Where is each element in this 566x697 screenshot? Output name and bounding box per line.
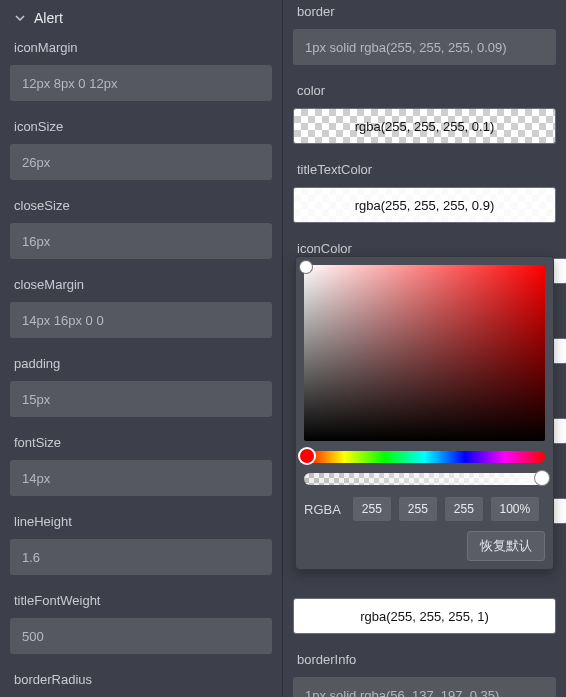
hue-slider[interactable]: [304, 451, 545, 463]
label-borderInfo: borderInfo: [293, 652, 556, 677]
input-closeMargin[interactable]: [10, 302, 272, 338]
input-borderInfo[interactable]: [293, 677, 556, 697]
input-titleFontWeight[interactable]: [10, 618, 272, 654]
label-padding: padding: [10, 356, 272, 381]
rgba-b[interactable]: [445, 497, 483, 521]
reset-button[interactable]: 恢复默认: [467, 531, 545, 561]
rgba-r[interactable]: [353, 497, 391, 521]
input-iconMargin[interactable]: [10, 65, 272, 101]
swatch-color-text: rgba(255, 255, 255, 0.1): [355, 119, 495, 134]
rgba-a[interactable]: [491, 497, 539, 521]
label-titleFontWeight: titleFontWeight: [10, 593, 272, 618]
input-closeSize[interactable]: [10, 223, 272, 259]
input-fontSize[interactable]: [10, 460, 272, 496]
input-padding[interactable]: [10, 381, 272, 417]
swatch-iconColor[interactable]: rgba(255, 255, 255, 1): [293, 598, 556, 634]
hue-thumb[interactable]: [300, 449, 314, 463]
section-title: Alert: [34, 10, 63, 26]
section-header-alert[interactable]: Alert: [10, 0, 272, 40]
label-fontSize: fontSize: [10, 435, 272, 460]
alpha-thumb[interactable]: [535, 471, 549, 485]
sv-thumb[interactable]: [300, 261, 312, 273]
alpha-slider[interactable]: [304, 473, 545, 485]
label-iconMargin: iconMargin: [10, 40, 272, 65]
label-lineHeight: lineHeight: [10, 514, 272, 539]
label-titleTextColor: titleTextColor: [293, 162, 556, 187]
input-border[interactable]: [293, 29, 556, 65]
right-panel: border color rgba(255, 255, 255, 0.1) ti…: [283, 0, 566, 697]
swatch-color[interactable]: rgba(255, 255, 255, 0.1): [293, 108, 556, 144]
input-iconSize[interactable]: [10, 144, 272, 180]
sv-area[interactable]: [304, 265, 545, 441]
label-border: border: [293, 4, 556, 29]
label-borderRadius: borderRadius: [10, 672, 272, 697]
label-iconSize: iconSize: [10, 119, 272, 144]
swatch-titleTextColor[interactable]: rgba(255, 255, 255, 0.9): [293, 187, 556, 223]
label-closeMargin: closeMargin: [10, 277, 272, 302]
rgba-mode-label[interactable]: RGBA: [304, 502, 341, 517]
swatch-titleTextColor-text: rgba(255, 255, 255, 0.9): [355, 198, 495, 213]
chevron-down-icon: [14, 12, 26, 24]
left-panel: Alert iconMargin iconSize closeSize clos…: [0, 0, 283, 697]
color-picker-popover: RGBA 恢复默认: [295, 256, 554, 570]
label-color: color: [293, 83, 556, 108]
swatch-iconColor-text: rgba(255, 255, 255, 1): [360, 609, 489, 624]
label-closeSize: closeSize: [10, 198, 272, 223]
input-lineHeight[interactable]: [10, 539, 272, 575]
rgba-g[interactable]: [399, 497, 437, 521]
